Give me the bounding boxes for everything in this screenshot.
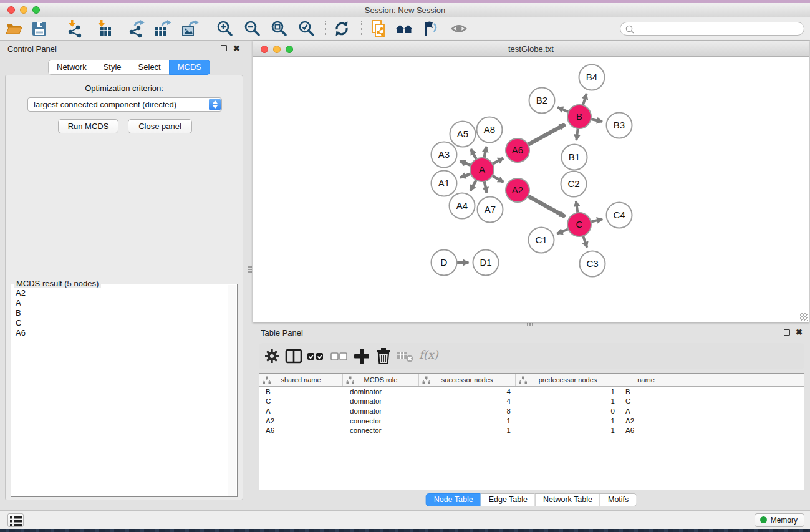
import-table-icon[interactable]: [95, 19, 113, 38]
mcds-result-item[interactable]: A: [12, 298, 227, 308]
result-scrollbar[interactable]: [228, 285, 236, 496]
graph-node-D[interactable]: D: [432, 250, 457, 276]
table-row[interactable]: A2connector11A2: [259, 416, 804, 426]
hide-flag-icon[interactable]: [421, 19, 440, 38]
table-tab-edge-table[interactable]: Edge Table: [481, 493, 536, 506]
zoom-fit-icon[interactable]: [270, 19, 289, 38]
delete-column-icon[interactable]: [374, 347, 393, 365]
close-panel-button[interactable]: ✖: [233, 45, 240, 52]
open-session-icon[interactable]: [5, 19, 24, 38]
close-panel-action-button[interactable]: Close panel: [128, 119, 192, 133]
graph-node-A8[interactable]: A8: [477, 117, 503, 143]
export-table-icon[interactable]: [153, 19, 172, 38]
graph-node-A1[interactable]: A1: [432, 171, 457, 196]
graph-node-C3[interactable]: C3: [580, 251, 605, 277]
graph-node-A3[interactable]: A3: [432, 142, 457, 168]
tab-style[interactable]: Style: [95, 60, 130, 75]
add-column-icon[interactable]: [352, 347, 371, 365]
table-row[interactable]: A6connector11A6: [259, 425, 804, 435]
mcds-result-item[interactable]: A2: [12, 288, 227, 298]
tab-select[interactable]: Select: [130, 60, 170, 75]
graph-node-C1[interactable]: C1: [529, 228, 554, 253]
svg-text:B1: B1: [569, 152, 580, 162]
show-columns-icon[interactable]: [284, 347, 303, 365]
select-all-checkboxes-icon[interactable]: [306, 347, 325, 365]
column-header-MCDS-role[interactable]: MCDS role: [343, 374, 419, 386]
node-table-header: shared nameMCDS rolesuccessor nodesprede…: [259, 374, 804, 387]
table-cell: 1: [419, 417, 516, 425]
mcds-result-item[interactable]: B: [12, 308, 227, 318]
refresh-icon[interactable]: [332, 19, 351, 38]
table-row[interactable]: Bdominator41B: [259, 387, 804, 397]
node-table-body: Bdominator41BCdominator41CAdominator80AA…: [259, 387, 804, 435]
svg-text:C2: C2: [567, 178, 579, 189]
zoom-in-icon[interactable]: [216, 19, 234, 38]
export-image-icon[interactable]: [181, 19, 200, 38]
table-close-button[interactable]: ✖: [796, 329, 803, 336]
graph-node-B[interactable]: B: [567, 105, 591, 128]
search-field[interactable]: [620, 22, 804, 36]
tab-mcds[interactable]: MCDS: [169, 60, 210, 75]
settings-gear-icon[interactable]: [263, 347, 281, 365]
network-canvas[interactable]: AA1A2A3A4A5A6A7A8BB1B2B3B4CC1C2C3C4DD1: [253, 57, 809, 322]
svg-text:C3: C3: [586, 258, 598, 269]
search-input[interactable]: [637, 23, 799, 34]
table-cell: 1: [516, 388, 620, 395]
float-panel-button[interactable]: [221, 45, 227, 51]
graph-node-B1[interactable]: B1: [562, 145, 587, 170]
network-window-title: testGlobe.txt: [253, 44, 809, 54]
graph-node-A2[interactable]: A2: [506, 178, 529, 202]
graph-node-C[interactable]: C: [567, 213, 591, 236]
mcds-result-item[interactable]: C: [12, 318, 227, 328]
app-titlebar: Session: New Session: [0, 3, 810, 17]
import-network-icon[interactable]: [65, 19, 84, 38]
graph-node-D1[interactable]: D1: [473, 250, 499, 276]
task-history-button[interactable]: [7, 513, 24, 527]
window-resize-grip[interactable]: [800, 313, 808, 321]
column-header-shared-name[interactable]: shared name: [259, 374, 343, 386]
table-cell: 1: [419, 427, 516, 434]
table-float-button[interactable]: [784, 329, 790, 336]
table-cell: A2: [259, 417, 343, 425]
graph-node-A[interactable]: A: [470, 158, 494, 181]
save-session-icon[interactable]: [30, 19, 49, 38]
criterion-dropdown-value: largest connected component (directed): [34, 100, 176, 109]
export-network-icon[interactable]: [127, 19, 145, 38]
graph-node-B2[interactable]: B2: [529, 88, 555, 114]
horizontal-split-divider[interactable]: [526, 323, 534, 326]
clone-network-icon[interactable]: [369, 19, 388, 38]
table-row[interactable]: Adominator80A: [259, 406, 804, 416]
graph-node-C2[interactable]: C2: [561, 172, 587, 197]
home-icon[interactable]: [395, 19, 413, 38]
table-tab-network-table[interactable]: Network Table: [535, 493, 600, 506]
table-row[interactable]: Cdominator41C: [259, 397, 804, 407]
show-eye-icon[interactable]: [450, 19, 468, 38]
table-tab-motifs[interactable]: Motifs: [600, 493, 637, 506]
mcds-result-item[interactable]: A6: [12, 328, 227, 338]
column-header-filler: [672, 374, 804, 386]
graph-node-A7[interactable]: A7: [478, 197, 503, 223]
svg-text:D1: D1: [480, 257, 491, 268]
table-tab-node-table[interactable]: Node Table: [426, 493, 481, 506]
zoom-selected-icon[interactable]: [297, 19, 316, 38]
table-cell: A: [259, 407, 343, 415]
graph-node-B3[interactable]: B3: [607, 113, 632, 138]
delete-table-icon[interactable]: [396, 347, 415, 365]
zoom-out-icon[interactable]: [243, 19, 262, 38]
graph-node-B4[interactable]: B4: [579, 65, 605, 90]
memory-button[interactable]: Memory: [755, 513, 804, 527]
column-header-successor-nodes[interactable]: successor nodes: [419, 374, 516, 386]
tab-network[interactable]: Network: [48, 60, 95, 75]
run-mcds-button[interactable]: Run MCDS: [58, 119, 118, 133]
graph-node-A5[interactable]: A5: [450, 122, 476, 147]
column-header-predecessor-nodes[interactable]: predecessor nodes: [516, 374, 620, 386]
vertical-split-divider[interactable]: [248, 265, 252, 274]
deselect-all-checkboxes-icon[interactable]: [330, 347, 349, 365]
table-cell: A2: [620, 417, 672, 425]
graph-node-C4[interactable]: C4: [607, 203, 632, 228]
graph-node-A4[interactable]: A4: [450, 193, 475, 219]
mcds-result-box: MCDS result (5 nodes) A2ABCA6: [11, 284, 238, 497]
column-header-name[interactable]: name: [620, 374, 672, 386]
graph-node-A6[interactable]: A6: [506, 138, 529, 162]
criterion-dropdown[interactable]: largest connected component (directed): [27, 97, 222, 112]
